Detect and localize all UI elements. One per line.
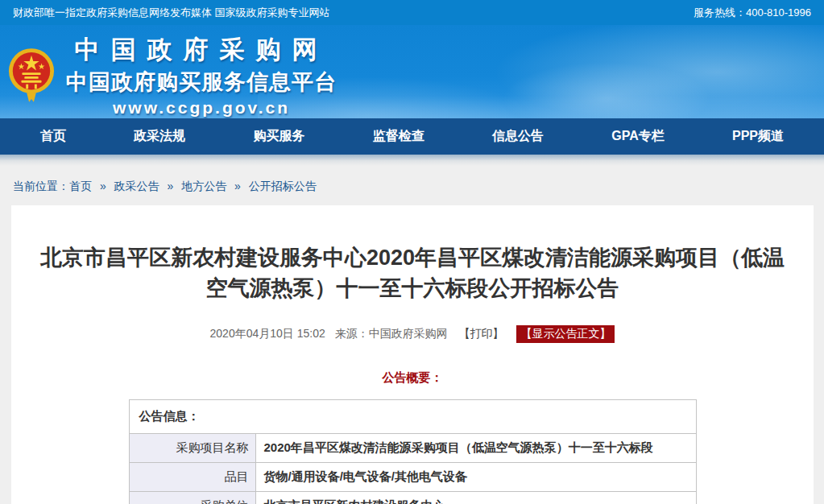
top-utility-bar: 财政部唯一指定政府采购信息网络发布媒体 国家级政府采购专业网站 服务热线：400… <box>0 0 824 25</box>
table-header-row: 公告信息： <box>129 400 696 434</box>
nav-shadow <box>0 155 824 166</box>
nav-item-purchase-services[interactable]: 购买服务 <box>254 128 305 145</box>
table-row: 品目 货物/通用设备/电气设备/其他电气设备 <box>129 463 696 492</box>
breadcrumb-local-announcements[interactable]: 地方公告 <box>181 180 226 192</box>
table-header-cell: 公告信息： <box>129 400 696 434</box>
breadcrumb-separator: » <box>167 180 173 192</box>
table-row: 采购单位 北京市昌平区新农村建设服务中心 <box>129 492 696 504</box>
publish-datetime: 2020年04月10日 15:02 <box>210 327 325 340</box>
announcement-meta: 2020年04月10日 15:02 来源：中国政府采购网 【打印】 【显示公告正… <box>11 325 814 343</box>
row-label-purchaser: 采购单位 <box>129 492 255 504</box>
row-label-category: 品目 <box>129 463 255 492</box>
announcement-title: 北京市昌平区新农村建设服务中心2020年昌平区煤改清洁能源采购项目（低温空气源热… <box>38 242 787 304</box>
site-logo-link[interactable]: 中国政府采购网 中国政府购买服务信息平台 www.ccgp.gov.cn <box>8 33 337 118</box>
breadcrumb-procurement-announcements[interactable]: 政采公告 <box>114 180 159 192</box>
breadcrumb-separator: » <box>100 180 106 192</box>
service-hotline: 服务热线：400-810-1996 <box>694 6 811 20</box>
row-label-project-name: 采购项目名称 <box>129 434 255 463</box>
nav-item-regulations[interactable]: 政采法规 <box>134 128 185 145</box>
breadcrumb: 当前位置：首页 » 政采公告 » 地方公告 » 公开招标公告 <box>0 166 824 205</box>
cloud-decoration <box>486 25 824 118</box>
masthead: 中国政府采购网 中国政府购买服务信息平台 www.ccgp.gov.cn <box>0 25 824 118</box>
announcement-info-table: 公告信息： 采购项目名称 2020年昌平区煤改清洁能源采购项目（低温空气源热泵）… <box>129 399 697 504</box>
nav-item-home[interactable]: 首页 <box>40 128 66 145</box>
site-name: 中国政府采购网 <box>66 33 337 67</box>
brand-text: 中国政府采购网 中国政府购买服务信息平台 www.ccgp.gov.cn <box>66 33 337 118</box>
show-notice-button[interactable]: 【显示公告正文】 <box>516 325 615 343</box>
print-button[interactable]: 【打印】 <box>459 327 504 340</box>
row-value-project-name: 2020年昌平区煤改清洁能源采购项目（低温空气源热泵）十一至十六标段 <box>255 434 696 463</box>
table-row: 采购项目名称 2020年昌平区煤改清洁能源采购项目（低温空气源热泵）十一至十六标… <box>129 434 696 463</box>
row-value-category: 货物/通用设备/电气设备/其他电气设备 <box>255 463 696 492</box>
row-value-purchaser: 北京市昌平区新农村建设服务中心 <box>255 492 696 504</box>
cloud-decoration <box>502 62 711 118</box>
source-label: 来源：中国政府采购网 <box>335 327 448 340</box>
breadcrumb-open-tender[interactable]: 公开招标公告 <box>249 180 317 192</box>
breadcrumb-home[interactable]: 首页 <box>69 180 92 192</box>
site-url: www.ccgp.gov.cn <box>66 98 337 118</box>
announcement-card: 北京市昌平区新农村建设服务中心2020年昌平区煤改清洁能源采购项目（低温空气源热… <box>11 205 814 504</box>
nav-item-announcements[interactable]: 信息公告 <box>492 128 544 145</box>
breadcrumb-separator: » <box>234 180 241 192</box>
summary-heading: 公告概要： <box>11 370 814 386</box>
nav-item-gpa[interactable]: GPA专栏 <box>611 128 664 145</box>
main-navigation: 首页 政采法规 购买服务 监督检查 信息公告 GPA专栏 PPP频道 <box>0 118 824 155</box>
breadcrumb-label: 当前位置： <box>13 180 69 192</box>
site-subtitle: 中国政府购买服务信息平台 <box>66 68 337 97</box>
nav-item-ppp[interactable]: PPP频道 <box>732 128 784 145</box>
national-emblem-icon <box>8 46 55 105</box>
site-slogan: 财政部唯一指定政府采购信息网络发布媒体 国家级政府采购专业网站 <box>13 6 330 20</box>
nav-item-supervision[interactable]: 监督检查 <box>373 128 424 145</box>
